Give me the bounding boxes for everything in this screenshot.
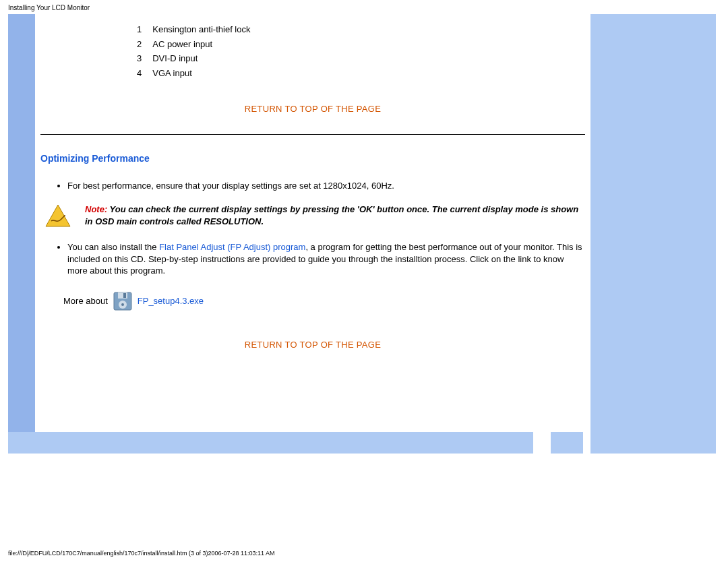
more-about-label: More about: [63, 295, 108, 307]
port-list-table: 1 Kensington anti-thief lock 2 AC power …: [131, 22, 256, 80]
note-label: Note:: [85, 204, 107, 214]
section-heading-optimizing: Optimizing Performance: [40, 152, 585, 165]
right-decor-band: [593, 14, 716, 432]
list-item: For best performance, ensure that your d…: [67, 180, 585, 192]
port-label: AC power input: [147, 37, 255, 52]
svg-point-1: [64, 215, 65, 216]
page-header-title: Installing Your LCD Monitor: [0, 0, 728, 14]
bottom-seg: [551, 432, 583, 454]
note-callout: Note: You can check the current display …: [40, 204, 585, 228]
table-row: 1 Kensington anti-thief lock: [131, 22, 256, 37]
left-decor-band: [8, 14, 35, 432]
content-inner: 1 Kensington anti-thief lock 2 AC power …: [35, 14, 590, 350]
fp-setup-exe-link[interactable]: FP_setup4.3.exe: [138, 295, 204, 307]
bottom-seg: [35, 432, 533, 454]
port-num: 4: [131, 66, 147, 81]
return-to-top-link[interactable]: RETURN TO TOP OF THE PAGE: [40, 339, 585, 351]
note-body: You can check the current display settin…: [85, 204, 578, 226]
fp-text-pre: You can also install the: [67, 242, 159, 252]
port-label: Kensington anti-thief lock: [147, 22, 255, 37]
port-label: VGA input: [147, 66, 255, 81]
port-label: DVI-D input: [147, 51, 255, 66]
return-to-top-link[interactable]: RETURN TO TOP OF THE PAGE: [40, 103, 585, 115]
svg-rect-4: [123, 293, 126, 298]
list-item: You can also install the Flat Panel Adju…: [67, 241, 585, 277]
perf-bullet-list: For best performance, ensure that your d…: [67, 180, 585, 192]
bottom-gap: [533, 432, 551, 454]
port-num: 1: [131, 22, 147, 37]
content-panel: 1 Kensington anti-thief lock 2 AC power …: [35, 14, 590, 432]
port-num: 2: [131, 37, 147, 52]
svg-point-6: [121, 303, 124, 306]
document-frame: 1 Kensington anti-thief lock 2 AC power …: [8, 14, 716, 454]
floppy-disk-icon[interactable]: [113, 292, 132, 311]
more-about-row: More about FP_setup4.3.exe: [63, 292, 585, 311]
table-row: 3 DVI-D input: [131, 51, 256, 66]
bottom-decor-row: [35, 432, 590, 454]
table-row: 4 VGA input: [131, 66, 256, 81]
bottom-gap: [583, 432, 590, 454]
fp-bullet-list: You can also install the Flat Panel Adju…: [67, 241, 585, 277]
note-text: Note: You can check the current display …: [85, 204, 585, 227]
port-num: 3: [131, 51, 147, 66]
fp-adjust-link[interactable]: Flat Panel Adjust (FP Adjust) program: [159, 242, 305, 252]
table-row: 2 AC power input: [131, 37, 256, 52]
section-divider: [40, 134, 585, 135]
warning-icon: [44, 204, 71, 228]
footer-file-path: file:///D|/EDFU/LCD/170C7/manual/english…: [0, 546, 283, 561]
svg-marker-0: [46, 205, 70, 226]
